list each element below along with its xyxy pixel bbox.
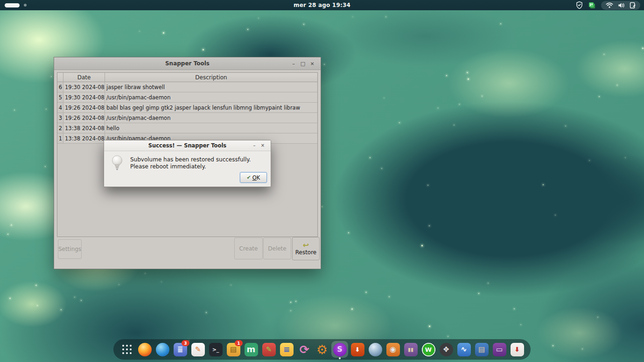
cell-desc: /usr/bin/pamac-daemon (105, 92, 317, 102)
table-header-row: Date Description (57, 73, 317, 82)
restore-label: Restore (295, 249, 317, 256)
activities-pill[interactable] (5, 3, 20, 7)
success-dialog: Success! — Snapper Tools – × Sub (104, 140, 271, 187)
app-grid-icon[interactable] (119, 341, 135, 358)
window-titlebar[interactable]: Snapper Tools – □ × (54, 57, 321, 70)
top-bar: mer 28 ago 19:34 (0, 0, 644, 10)
cell-desc: babl blas gegl gimp gtk2 jasper lapack l… (105, 103, 317, 112)
cell-date: 19:30 2024-08-28 (63, 82, 105, 92)
notes-icon[interactable]: ≡ (279, 341, 294, 358)
header-description[interactable]: Description (105, 73, 317, 82)
disc-burner-icon[interactable]: ◉ (385, 341, 401, 358)
dialog-minimize-button[interactable]: – (250, 143, 259, 148)
settings-gear-icon[interactable]: ⚙ (314, 341, 330, 358)
dialog-body: Subvolume has been restored successfully… (104, 151, 271, 187)
cell-desc: hello (105, 123, 317, 133)
text-editor-icon[interactable]: ✎ (190, 341, 206, 358)
cell-num: 2 (57, 123, 63, 133)
manjaro-icon[interactable]: m (243, 341, 259, 358)
table-row[interactable]: 213:38 2024-08-28hello (57, 123, 317, 133)
cell-num: 4 (57, 103, 63, 112)
firefox-icon[interactable] (137, 341, 153, 358)
workspace-dot[interactable] (24, 4, 27, 7)
cell-date: 13:38 2024-08-28 (63, 123, 105, 133)
table-row[interactable]: 619:30 2024-08-28jasper libraw shotwell (57, 82, 317, 92)
dialog-titlebar[interactable]: Success! — Snapper Tools – × (104, 140, 271, 151)
header-number[interactable] (57, 73, 63, 82)
header-date[interactable]: Date (63, 73, 105, 82)
create-button[interactable]: Create (234, 237, 263, 259)
cell-date: 13:38 2024-08-28 (63, 133, 105, 143)
table-row[interactable]: 419:26 2024-08-28babl blas gegl gimp gtk… (57, 103, 317, 113)
move-tool-icon[interactable]: ✥ (438, 341, 454, 358)
whatsapp-icon[interactable]: W (420, 341, 436, 358)
delete-button[interactable]: Delete (263, 237, 291, 259)
documents-icon[interactable]: ≣3 (172, 341, 188, 358)
panel-manager-icon[interactable]: ▤ (474, 341, 490, 358)
table-row[interactable]: 519:30 2024-08-28/usr/bin/pamac-daemon (57, 92, 317, 103)
video-downloader-icon[interactable]: ⬇ (350, 341, 365, 358)
close-button[interactable]: × (308, 61, 317, 66)
dialog-close-button[interactable]: × (259, 143, 267, 148)
cell-date: 19:26 2024-08-28 (63, 103, 105, 112)
file-manager-panels-icon[interactable]: ▮▮ (403, 341, 419, 358)
settings-button[interactable]: Settings (58, 239, 82, 259)
knight-app-icon[interactable] (367, 341, 383, 358)
check-icon: ✔ (247, 174, 251, 181)
maximize-button[interactable]: □ (298, 61, 308, 66)
cell-num: 1 (57, 133, 63, 143)
clock[interactable]: mer 28 ago 19:34 (294, 2, 350, 8)
clipboard-icon (630, 2, 636, 8)
cell-date: 19:30 2024-08-28 (63, 92, 105, 102)
table-row[interactable]: 319:26 2024-08-28/usr/bin/pamac-daemon (57, 113, 317, 123)
ok-button[interactable]: ✔ OK (240, 172, 267, 183)
dialog-message: Subvolume has been restored successfully… (130, 156, 265, 170)
cell-num: 6 (57, 82, 63, 92)
desktop: mer 28 ago 19:34 Snapp (0, 0, 644, 362)
ok-mnemonic: O (252, 174, 257, 181)
notification-badge: 3 (182, 340, 189, 346)
sync-icon[interactable]: ⟳ (296, 341, 312, 358)
running-indicator-dot (339, 357, 341, 359)
cell-desc: jasper libraw shotwell (105, 82, 317, 92)
graphics-editor-icon[interactable]: ✎ (261, 341, 277, 358)
restore-button[interactable]: ↩ Restore (292, 237, 320, 260)
shield-icon[interactable] (576, 1, 583, 9)
undo-arrow-icon: ↩ (303, 242, 309, 249)
ok-label-rest: K (257, 174, 260, 181)
system-tray[interactable] (601, 1, 640, 10)
cell-num: 5 (57, 92, 63, 102)
cell-date: 19:26 2024-08-28 (63, 113, 105, 123)
notification-badge: 1 (235, 340, 243, 346)
archive-app-icon[interactable]: ▭ (491, 341, 507, 358)
download-box-icon[interactable]: ⬇ (509, 341, 525, 358)
cell-num: 3 (57, 113, 63, 123)
cell-desc: /usr/bin/pamac-daemon (105, 113, 317, 123)
system-monitor-icon[interactable]: ∿ (456, 341, 472, 358)
minimize-button[interactable]: – (289, 61, 298, 66)
input-method-icon[interactable] (588, 2, 595, 9)
window-title: Snapper Tools (54, 60, 321, 67)
lightbulb-icon (111, 155, 123, 174)
volume-icon (618, 2, 625, 8)
dialog-title: Success! — Snapper Tools (104, 142, 271, 149)
dock: ≣3✎>_▤1m✎≡⟳⚙S⬇◉▮▮W✥∿▤▭⬇ (113, 339, 531, 360)
package-updates-icon[interactable]: ▤1 (225, 341, 241, 358)
thunderbird-icon[interactable] (154, 341, 170, 358)
wifi-icon (606, 2, 613, 8)
terminal-icon[interactable]: >_ (208, 341, 224, 358)
snapper-tools-icon[interactable]: S (332, 341, 348, 358)
